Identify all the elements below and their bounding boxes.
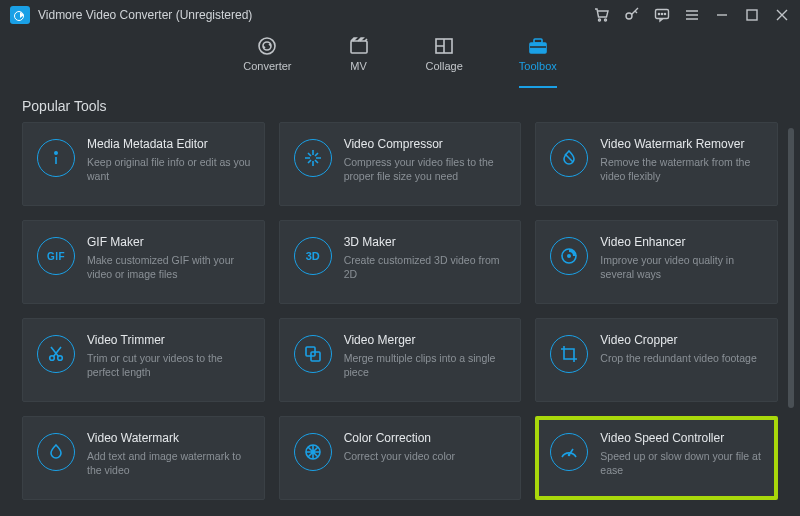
nav-label: MV [350, 60, 367, 72]
tool-title: 3D Maker [344, 235, 509, 249]
mv-icon [348, 36, 370, 56]
maximize-button[interactable] [744, 7, 760, 23]
nav-collage[interactable]: Collage [426, 36, 463, 88]
tool-title: Video Compressor [344, 137, 509, 151]
svg-point-6 [664, 13, 665, 14]
svg-point-2 [626, 13, 632, 19]
window-title: Vidmore Video Converter (Unregistered) [38, 8, 252, 22]
tool-video-watermark[interactable]: Video Watermark Add text and image water… [22, 416, 265, 500]
svg-point-0 [599, 19, 601, 21]
tool-desc: Trim or cut your videos to the perfect l… [87, 351, 252, 379]
tool-desc: Remove the watermark from the video flex… [600, 155, 765, 183]
menu-icon[interactable] [684, 7, 700, 23]
svg-point-13 [55, 152, 57, 154]
watermark-remove-icon [550, 139, 588, 177]
tool-desc: Create customized 3D video from 2D [344, 253, 509, 281]
tool-title: Color Correction [344, 431, 509, 445]
section-heading: Popular Tools [0, 88, 800, 122]
nav-toolbox[interactable]: Toolbox [519, 36, 557, 88]
tool-desc: Keep original file info or edit as you w… [87, 155, 252, 183]
tool-title: Video Watermark Remover [600, 137, 765, 151]
tool-desc: Compress your video files to the proper … [344, 155, 509, 183]
trimmer-icon [37, 335, 75, 373]
toolbox-icon [527, 36, 549, 56]
tool-title: Media Metadata Editor [87, 137, 252, 151]
nav-label: Collage [426, 60, 463, 72]
collage-icon [433, 36, 455, 56]
nav-label: Toolbox [519, 60, 557, 72]
cart-icon[interactable] [594, 7, 610, 23]
tool-video-merger[interactable]: Video Merger Merge multiple clips into a… [279, 318, 522, 402]
tool-video-watermark-remover[interactable]: Video Watermark Remover Remove the water… [535, 122, 778, 206]
tool-desc: Improve your video quality in several wa… [600, 253, 765, 281]
tool-title: Video Speed Controller [600, 431, 765, 445]
titlebar-actions [594, 7, 794, 23]
svg-rect-7 [747, 10, 757, 20]
nav-mv[interactable]: MV [348, 36, 370, 88]
key-icon[interactable] [624, 7, 640, 23]
svg-point-8 [259, 38, 275, 54]
svg-point-4 [658, 13, 659, 14]
tool-grid: Media Metadata Editor Keep original file… [22, 122, 778, 500]
tool-video-cropper[interactable]: Video Cropper Crop the redundant video f… [535, 318, 778, 402]
tool-grid-container: Media Metadata Editor Keep original file… [0, 122, 800, 500]
compressor-icon [294, 139, 332, 177]
tool-desc: Speed up or slow down your file at ease [600, 449, 765, 477]
tool-gif-maker[interactable]: GIF GIF Maker Make customized GIF with y… [22, 220, 265, 304]
titlebar: Vidmore Video Converter (Unregistered) [0, 0, 800, 30]
nav-converter[interactable]: Converter [243, 36, 291, 88]
app-logo-icon [10, 6, 30, 24]
watermark-icon [37, 433, 75, 471]
minimize-button[interactable] [714, 7, 730, 23]
converter-icon [256, 36, 278, 56]
tool-title: Video Merger [344, 333, 509, 347]
tool-desc: Make customized GIF with your video or i… [87, 253, 252, 281]
tool-video-speed-controller[interactable]: Video Speed Controller Speed up or slow … [535, 416, 778, 500]
feedback-icon[interactable] [654, 7, 670, 23]
info-icon [37, 139, 75, 177]
three-d-icon: 3D [294, 237, 332, 275]
tool-desc: Correct your video color [344, 449, 509, 463]
color-icon [294, 433, 332, 471]
nav-label: Converter [243, 60, 291, 72]
tool-title: Video Watermark [87, 431, 252, 445]
svg-rect-9 [351, 41, 367, 53]
tool-video-trimmer[interactable]: Video Trimmer Trim or cut your videos to… [22, 318, 265, 402]
enhancer-icon [550, 237, 588, 275]
cropper-icon [550, 335, 588, 373]
merger-icon [294, 335, 332, 373]
tool-title: Video Trimmer [87, 333, 252, 347]
svg-rect-12 [534, 39, 542, 43]
scrollbar[interactable] [788, 128, 794, 408]
tool-media-metadata-editor[interactable]: Media Metadata Editor Keep original file… [22, 122, 265, 206]
speed-icon [550, 433, 588, 471]
tool-desc: Merge multiple clips into a single piece [344, 351, 509, 379]
main-nav: Converter MV Collage Toolbox [0, 30, 800, 88]
three-d-text: 3D [306, 250, 320, 262]
close-button[interactable] [774, 7, 790, 23]
tool-3d-maker[interactable]: 3D 3D Maker Create customized 3D video f… [279, 220, 522, 304]
svg-point-21 [568, 454, 571, 457]
gif-icon: GIF [37, 237, 75, 275]
gif-text: GIF [47, 251, 65, 262]
svg-rect-11 [530, 43, 546, 53]
svg-point-15 [567, 254, 571, 258]
tool-video-compressor[interactable]: Video Compressor Compress your video fil… [279, 122, 522, 206]
tool-desc: Crop the redundant video footage [600, 351, 765, 365]
svg-point-5 [661, 13, 662, 14]
tool-title: Video Enhancer [600, 235, 765, 249]
tool-color-correction[interactable]: Color Correction Correct your video colo… [279, 416, 522, 500]
tool-video-enhancer[interactable]: Video Enhancer Improve your video qualit… [535, 220, 778, 304]
tool-title: Video Cropper [600, 333, 765, 347]
tool-desc: Add text and image watermark to the vide… [87, 449, 252, 477]
svg-point-1 [605, 19, 607, 21]
tool-title: GIF Maker [87, 235, 252, 249]
